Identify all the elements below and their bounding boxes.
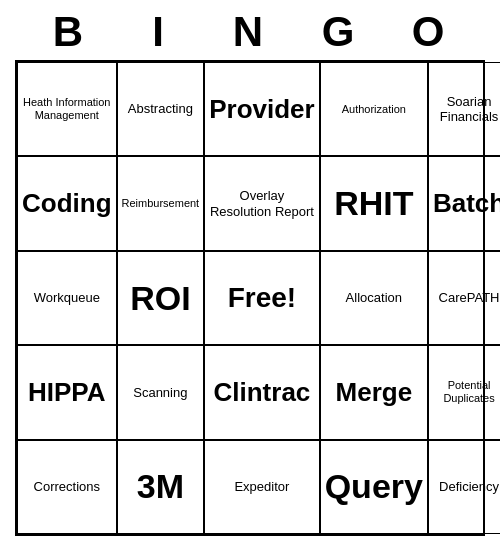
title-b: B [25,8,115,56]
bingo-cell-23: Query [320,440,428,534]
bingo-cell-19: Potential Duplicates [428,345,500,439]
bingo-cell-5: Coding [17,156,117,250]
bingo-grid: Heath Information ManagementAbstractingP… [15,60,485,536]
bingo-cell-3: Authorization [320,62,428,156]
bingo-cell-15: HIPPA [17,345,117,439]
bingo-cell-13: Allocation [320,251,428,345]
bingo-cell-9: Batch [428,156,500,250]
bingo-cell-10: Workqueue [17,251,117,345]
bingo-cell-16: Scanning [117,345,205,439]
bingo-cell-8: RHIT [320,156,428,250]
bingo-cell-1: Abstracting [117,62,205,156]
bingo-cell-20: Corrections [17,440,117,534]
bingo-title: B I N G O [15,8,485,56]
bingo-cell-7: Overlay Resolution Report [204,156,320,250]
title-n: N [205,8,295,56]
bingo-cell-4: Soarian Financials [428,62,500,156]
bingo-cell-2: Provider [204,62,320,156]
title-g: G [295,8,385,56]
bingo-cell-24: Deficiency [428,440,500,534]
bingo-cell-11: ROI [117,251,205,345]
title-i: I [115,8,205,56]
bingo-cell-12: Free! [204,251,320,345]
bingo-cell-21: 3M [117,440,205,534]
bingo-cell-14: CarePATH [428,251,500,345]
bingo-cell-17: Clintrac [204,345,320,439]
bingo-cell-0: Heath Information Management [17,62,117,156]
bingo-cell-22: Expeditor [204,440,320,534]
title-o: O [385,8,475,56]
bingo-cell-18: Merge [320,345,428,439]
bingo-cell-6: Reimbursement [117,156,205,250]
